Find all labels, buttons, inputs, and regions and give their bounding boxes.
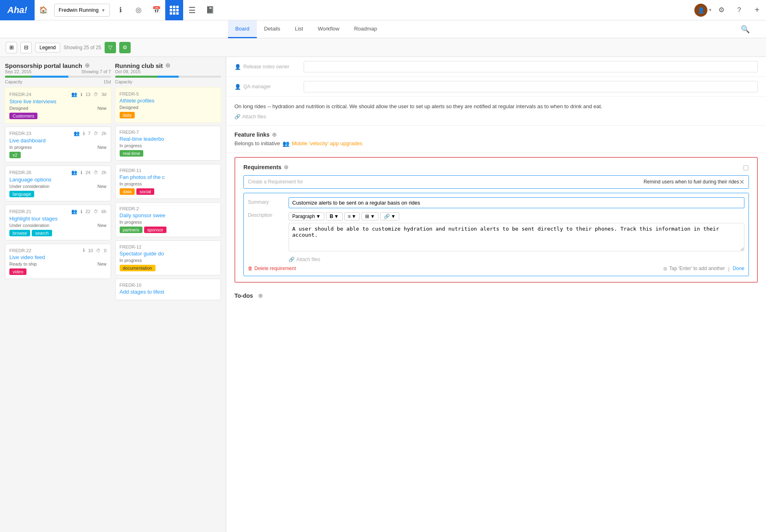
release-notes-owner-input[interactable]	[304, 61, 758, 72]
board-settings-button[interactable]: ⚙	[119, 42, 131, 53]
add-another-text: Tap 'Enter' to add another	[669, 266, 725, 271]
desc-toolbar: Paragraph ▼ B ▼ ≡ ▼ ⊞ ▼	[289, 212, 744, 220]
avatar-dropdown[interactable]: 👤 ▼	[694, 0, 712, 20]
avatar-arrow-icon: ▼	[708, 8, 712, 12]
delete-requirement-button[interactable]: 🗑 Delete requirement	[248, 266, 296, 271]
tag-v2: v2	[9, 152, 21, 158]
apps-icon[interactable]	[165, 0, 183, 20]
column-sponsorship: Sponsorship portal launch ⊕ Sep 22, 2015…	[5, 62, 111, 303]
description-textarea[interactable]: A user should be able to customize hydra…	[289, 223, 744, 251]
clock-icon: ⏱	[94, 209, 98, 214]
target-icon[interactable]: ◎	[129, 0, 147, 20]
people-icon: 👥	[71, 92, 77, 97]
app-logo[interactable]: Aha!	[0, 0, 35, 20]
people-icon: 👥	[74, 131, 80, 136]
tag-browse: browse	[9, 230, 30, 236]
clock-icon: ⏱	[94, 170, 98, 175]
settings-icon[interactable]: ⚙	[712, 0, 730, 20]
calendar-icon[interactable]: 📅	[147, 0, 165, 20]
home-icon[interactable]: 🏠	[35, 0, 53, 20]
clock-icon: ⏱	[94, 92, 98, 97]
card-fredr-2[interactable]: FREDR-2 Daily sponsor swee In progress p…	[115, 202, 221, 237]
card-fredr-7[interactable]: FREDR-7 Real-time leaderbo In progress r…	[115, 126, 221, 161]
column-2-add-icon[interactable]: ⊕	[165, 62, 171, 69]
requirements-collapse-icon[interactable]: ▢	[743, 164, 749, 171]
card-fredr-22-title: Live video feed	[9, 254, 107, 260]
card-fredr-10-title: Add stages to lifest	[120, 289, 217, 295]
tab-list[interactable]: List	[287, 20, 310, 38]
feature-links-add-icon[interactable]: ⊕	[272, 131, 277, 138]
card-fredr-11[interactable]: FREDR-11 Fan photos of the c In progress…	[115, 164, 221, 199]
grid-view-1-button[interactable]: ⊞	[6, 42, 17, 53]
info-icon: ℹ	[81, 92, 82, 97]
create-req-feature: Remind users when to fuel during their r…	[643, 179, 739, 185]
column-1-title: Sponsorship portal launch ⊕	[5, 62, 111, 69]
tab-workflow[interactable]: Workflow	[311, 20, 347, 38]
filter-button[interactable]: ▽	[105, 42, 116, 53]
workspace-dropdown[interactable]: Fredwin Running ▼	[54, 4, 110, 17]
card-fredr-24[interactable]: FREDR-24 👥 ℹ 13 ⏱ 3d Store live intervie…	[5, 87, 111, 123]
requirement-form: Summary Description Paragraph ▼	[243, 193, 749, 276]
summary-input[interactable]	[289, 197, 744, 208]
person-icon: 👤	[234, 64, 241, 70]
qa-manager-field: 👤 QA manager	[226, 77, 766, 97]
card-fredr-26-title: Language options	[9, 177, 107, 183]
tag-partners: partners	[120, 227, 142, 233]
create-req-close-icon[interactable]: ✕	[739, 178, 744, 186]
link-tool[interactable]: 🔗 ▼	[380, 212, 399, 220]
table-tool[interactable]: ⊞ ▼	[361, 212, 379, 220]
grid-view-2-button[interactable]: ⊟	[20, 42, 32, 53]
card-fredr-21[interactable]: FREDR-21 👥 ℹ 22 ⏱ 6h Highlight tour stag…	[5, 205, 111, 240]
list-view-icon[interactable]: ☰	[183, 0, 201, 20]
tag-search: search	[32, 230, 52, 236]
qa-manager-input[interactable]	[304, 81, 758, 92]
info-icon: ℹ	[81, 170, 82, 175]
description-text: On long rides -- hydration and nutrition…	[234, 102, 758, 111]
info-nav-icon[interactable]: ℹ	[112, 0, 129, 20]
notebook-icon[interactable]: 📓	[201, 0, 219, 20]
people-icon: 👥	[71, 170, 77, 175]
card-fredr-23-title: Live dashboard	[9, 137, 107, 144]
attach-icon: 🔗	[234, 114, 241, 120]
global-add-icon[interactable]: +	[748, 0, 766, 20]
right-panel: 👤 Release notes owner 👤 QA manager On lo…	[226, 57, 766, 532]
card-fredr-2-title: Daily sponsor swee	[120, 212, 217, 218]
add-another-icon: ⊕	[663, 266, 668, 272]
separator: |	[728, 266, 729, 272]
card-fredr-22[interactable]: FREDR-22 ℹ 10 ⏱ 0 Live video feed Ready …	[5, 244, 111, 279]
tag-data-5: data	[120, 112, 135, 118]
clock-icon: ⏱	[96, 248, 101, 253]
dropdown-arrow-icon: ▼	[101, 8, 105, 13]
people-icon: 👥	[71, 209, 77, 214]
tag-realtime: real-time	[120, 150, 144, 157]
legend-button[interactable]: Legend	[35, 43, 60, 52]
description-section: On long rides -- hydration and nutrition…	[226, 97, 766, 126]
initiative-link[interactable]: Mobile 'velocity' app upgrades	[292, 140, 362, 146]
align-tool[interactable]: ≡ ▼	[344, 212, 360, 220]
tab-details[interactable]: Details	[257, 20, 288, 38]
req-attach-files[interactable]: 🔗 Attach files	[289, 257, 744, 262]
description-label: Description	[248, 212, 285, 218]
card-fredr-5-title: Athlete profiles	[120, 98, 217, 104]
requirements-add-icon[interactable]: ⊕	[284, 164, 289, 170]
attach-files-link[interactable]: 🔗 Attach files	[234, 114, 758, 120]
done-button[interactable]: Done	[733, 266, 744, 271]
card-fredr-10[interactable]: FREDR-10 Add stages to lifest	[115, 279, 221, 300]
column-1-add-icon[interactable]: ⊕	[85, 62, 90, 69]
card-fredr-5[interactable]: FREDR-5 Athlete profiles Designed data	[115, 87, 221, 122]
todos-add-icon[interactable]: ⊕	[258, 292, 263, 299]
tab-roadmap[interactable]: Roadmap	[347, 20, 384, 38]
bold-tool[interactable]: B ▼	[326, 212, 343, 220]
tag-customers: Customers	[9, 113, 37, 119]
tag-data-11: data	[120, 188, 135, 195]
card-fredr-26[interactable]: FREDR-26 👥 ℹ 24 ⏱ 2h Language options Un…	[5, 166, 111, 201]
tag-sponsor: sponsor	[144, 227, 166, 233]
sub-search-icon[interactable]: 🔍	[741, 25, 750, 34]
paragraph-tool[interactable]: Paragraph ▼	[289, 212, 324, 220]
help-icon[interactable]: ?	[730, 0, 748, 20]
tag-documentation: documentation	[120, 265, 155, 271]
tab-board[interactable]: Board	[228, 20, 257, 38]
tag-language: language	[9, 191, 34, 197]
card-fredr-23[interactable]: FREDR-23 👥 ℹ 7 ⏱ 2h Live dashboard In pr…	[5, 126, 111, 162]
card-fredr-12[interactable]: FREDR-12 Spectator guide do In progress …	[115, 240, 221, 275]
